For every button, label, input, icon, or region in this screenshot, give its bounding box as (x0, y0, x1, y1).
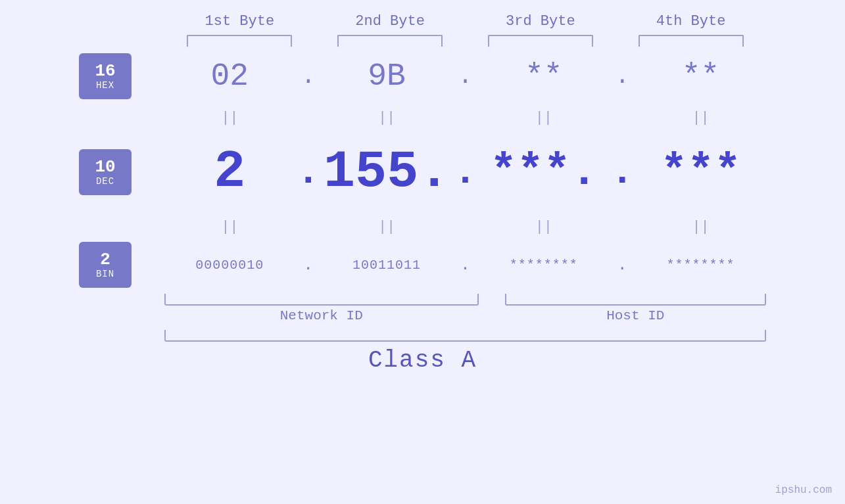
eq-2-b1: || (164, 218, 295, 237)
bracket-gap (479, 294, 505, 323)
dec-dot-2: . (452, 150, 479, 195)
eq-2-b3: || (479, 218, 610, 237)
class-label: Class A (368, 347, 477, 374)
eq-2-b2: || (322, 218, 452, 237)
dec-badge-slot: 10 DEC (79, 129, 164, 215)
hex-dot-1: . (295, 63, 322, 90)
content-area: 16 HEX 10 DEC 2 BIN (79, 47, 766, 291)
byte-col-2: 2nd Byte (315, 13, 466, 30)
eq-badge-slot-2 (79, 215, 164, 239)
bin-badge-name: BIN (96, 269, 114, 279)
network-id-bracket-area: Network ID (164, 294, 479, 323)
outer-bracket (164, 330, 766, 342)
bin-b4: ******** (635, 258, 766, 273)
hex-badge-slot: 16 HEX (79, 47, 164, 106)
bin-dot-1: . (295, 256, 322, 274)
hex-badge: 16 HEX (79, 53, 132, 99)
dec-badge-num: 10 (95, 158, 115, 177)
eq-1-b3: || (479, 108, 610, 127)
hex-b2: 9B (322, 58, 452, 94)
hex-badge-num: 16 (95, 62, 115, 81)
bin-dot-2: . (452, 256, 479, 274)
network-id-label: Network ID (164, 308, 479, 323)
top-brackets (79, 35, 766, 47)
eq-1-b2: || (322, 108, 452, 127)
hex-dot-3: . (609, 63, 635, 90)
byte-label-1: 1st Byte (205, 13, 275, 30)
byte-col-1: 1st Byte (164, 13, 315, 30)
bin-badge-num: 2 (100, 250, 110, 269)
hex-b3: ** (479, 58, 610, 94)
host-id-bracket-area: Host ID (505, 294, 767, 323)
bin-b2: 10011011 (322, 258, 452, 273)
eq-1-b1: || (164, 108, 295, 127)
byte-col-4: 4th Byte (616, 13, 766, 30)
bin-dot-3: . (609, 256, 635, 274)
equals-row-1: || || || || (164, 106, 766, 129)
class-row: Class A (79, 347, 766, 374)
watermark: ipshu.com (775, 484, 832, 496)
dec-b1: 2 (164, 146, 295, 198)
hex-b4: ** (635, 58, 766, 94)
bin-badge-slot: 2 BIN (79, 239, 164, 291)
bin-row: 00000010 . 10011011 . ******** . (164, 239, 766, 291)
dec-badge-name: DEC (96, 176, 114, 187)
dec-b3: ***. (479, 150, 610, 195)
top-bracket-3 (488, 35, 593, 47)
main-container: 1st Byte 2nd Byte 3rd Byte 4th Byte 16 H… (0, 0, 845, 504)
byte-label-4: 4th Byte (656, 13, 726, 30)
bin-badge: 2 BIN (79, 242, 132, 288)
host-id-label: Host ID (505, 308, 767, 323)
hex-b1: 02 (164, 58, 295, 94)
hex-badge-name: HEX (96, 80, 114, 91)
byte-col-3: 3rd Byte (466, 13, 616, 30)
top-bracket-1 (187, 35, 292, 47)
top-bracket-4 (639, 35, 744, 47)
eq-badge-slot-1 (79, 106, 164, 129)
outer-bracket-row (79, 330, 766, 342)
byte-headers: 1st Byte 2nd Byte 3rd Byte 4th Byte (79, 13, 766, 30)
dec-dot-1: . (295, 150, 322, 195)
eq-1-b4: || (635, 108, 766, 127)
dec-badge: 10 DEC (79, 149, 132, 195)
badge-column: 16 HEX 10 DEC 2 BIN (79, 47, 164, 291)
hex-dot-2: . (452, 63, 479, 90)
dec-b2: 155. (322, 146, 452, 198)
dec-row: 2 . 155. . ***. . *** (164, 129, 766, 215)
dec-dot-3: . (609, 150, 635, 195)
bottom-brackets: Network ID Host ID (79, 294, 766, 323)
host-id-bracket (505, 294, 767, 306)
byte-label-3: 3rd Byte (506, 13, 575, 30)
equals-row-2: || || || || (164, 215, 766, 239)
bin-b3: ******** (479, 258, 610, 273)
value-rows: 02 . 9B . ** . ** (164, 47, 766, 291)
eq-2-b4: || (635, 218, 766, 237)
dec-b4: *** (635, 150, 766, 195)
network-id-bracket (164, 294, 479, 306)
bin-b1: 00000010 (164, 258, 295, 273)
byte-label-2: 2nd Byte (355, 13, 425, 30)
hex-row: 02 . 9B . ** . ** (164, 47, 766, 106)
top-bracket-2 (337, 35, 443, 47)
